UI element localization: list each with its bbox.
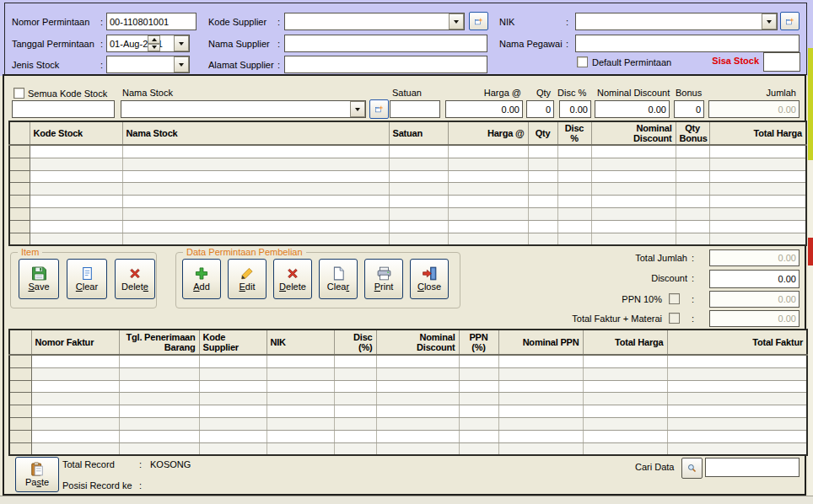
row-selector-cell[interactable] [9, 196, 30, 208]
date-dropdown-button[interactable] [174, 35, 189, 51]
grid-cell[interactable] [591, 196, 676, 208]
grid-cell[interactable] [709, 220, 806, 233]
grid-cell[interactable] [528, 158, 557, 170]
row-selector-cell[interactable] [9, 442, 31, 455]
edit-button[interactable]: Edit [228, 259, 267, 299]
harga-input[interactable] [445, 100, 523, 118]
grid-cell[interactable] [459, 430, 498, 442]
grid-cell[interactable] [199, 405, 267, 418]
grid-cell[interactable] [676, 207, 709, 220]
grid-cell[interactable] [119, 405, 199, 418]
grid-cell[interactable] [376, 393, 459, 405]
kode-stock-input[interactable] [12, 100, 115, 118]
grid-cell[interactable] [30, 207, 122, 220]
grid-cell[interactable] [31, 405, 119, 418]
grid-cell[interactable] [376, 380, 459, 393]
grid-cell[interactable] [448, 183, 528, 196]
grid-cell[interactable] [709, 158, 806, 170]
grid-cell[interactable] [667, 417, 807, 430]
grid-cell[interactable] [31, 430, 119, 442]
row-selector-cell[interactable] [9, 355, 31, 367]
grid-cell[interactable] [557, 158, 591, 170]
grid-cell[interactable] [591, 170, 676, 183]
grid-cell[interactable] [676, 220, 709, 233]
grid-cell[interactable] [119, 442, 199, 455]
grid-cell[interactable] [30, 145, 122, 158]
clear-item-button[interactable]: Clear [67, 259, 107, 299]
grid-cell[interactable] [389, 145, 448, 158]
grid-cell[interactable] [676, 233, 709, 245]
grid-cell[interactable] [119, 430, 199, 442]
grid-cell[interactable] [498, 355, 583, 367]
grid-cell[interactable] [122, 220, 389, 233]
grid-cell[interactable] [199, 417, 267, 430]
grid-cell[interactable] [459, 355, 498, 367]
grid-cell[interactable] [30, 183, 122, 196]
grid-cell[interactable] [557, 220, 591, 233]
date-spin-down-button[interactable] [148, 44, 160, 52]
grid-cell[interactable] [667, 442, 807, 455]
grid-cell[interactable] [376, 405, 459, 418]
grid-cell[interactable] [459, 405, 498, 418]
grid-cell[interactable] [30, 220, 122, 233]
grid-cell[interactable] [557, 233, 591, 245]
grid-cell[interactable] [119, 417, 199, 430]
grid-cell[interactable] [122, 233, 389, 245]
grid-cell[interactable] [31, 417, 119, 430]
grid-cell[interactable] [676, 145, 709, 158]
nama-pegawai-input[interactable] [575, 35, 800, 52]
grid-cell[interactable] [199, 380, 267, 393]
search-button[interactable] [681, 458, 703, 479]
grid-cell[interactable] [448, 207, 528, 220]
disc-input[interactable] [559, 100, 591, 118]
grid-cell[interactable] [334, 442, 376, 455]
grid-cell[interactable] [709, 233, 806, 245]
grid-cell[interactable] [267, 405, 334, 418]
grid-cell[interactable] [267, 355, 334, 367]
grid-cell[interactable] [557, 145, 591, 158]
nomor-permintaan-input[interactable] [106, 13, 197, 30]
grid-cell[interactable] [448, 158, 528, 170]
grid-cell[interactable] [709, 145, 806, 158]
grid-cell[interactable] [334, 417, 376, 430]
row-selector-cell[interactable] [9, 233, 30, 245]
grid-cell[interactable] [334, 430, 376, 442]
grid-cell[interactable] [528, 170, 557, 183]
grid-cell[interactable] [119, 393, 199, 405]
nik-input[interactable] [575, 13, 778, 30]
grid-cell[interactable] [676, 196, 709, 208]
grid-cell[interactable] [583, 405, 667, 418]
grid-cell[interactable] [498, 367, 583, 380]
row-selector-cell[interactable] [9, 170, 30, 183]
grid-cell[interactable] [528, 183, 557, 196]
grid-cell[interactable] [459, 380, 498, 393]
row-selector-cell[interactable] [9, 367, 31, 380]
jenis-stock-combobox[interactable] [106, 56, 190, 73]
nik-combobox[interactable] [575, 13, 778, 30]
grid-cell[interactable] [122, 145, 389, 158]
grid-cell[interactable] [122, 183, 389, 196]
grid-cell[interactable] [119, 355, 199, 367]
grid-cell[interactable] [389, 170, 448, 183]
grid-cell[interactable] [31, 355, 119, 367]
nominal-discount-input[interactable] [595, 100, 670, 118]
grid-cell[interactable] [389, 233, 448, 245]
grid-cell[interactable] [583, 417, 667, 430]
grid-cell[interactable] [376, 367, 459, 380]
grid-cell[interactable] [448, 233, 528, 245]
grid-cell[interactable] [709, 170, 806, 183]
grid-cell[interactable] [30, 233, 122, 245]
grid-cell[interactable] [334, 393, 376, 405]
kode-supplier-combobox[interactable] [284, 13, 465, 30]
jenis-stock-dropdown-button[interactable] [174, 56, 189, 72]
grid-cell[interactable] [199, 442, 267, 455]
grid-cell[interactable] [31, 393, 119, 405]
grid-cell[interactable] [498, 393, 583, 405]
grid-cell[interactable] [528, 145, 557, 158]
grid-cell[interactable] [30, 158, 122, 170]
add-button[interactable]: Add [182, 259, 221, 299]
grid-cell[interactable] [389, 158, 448, 170]
grid-cell[interactable] [334, 367, 376, 380]
row-selector-cell[interactable] [9, 145, 30, 158]
row-selector-cell[interactable] [9, 393, 31, 405]
